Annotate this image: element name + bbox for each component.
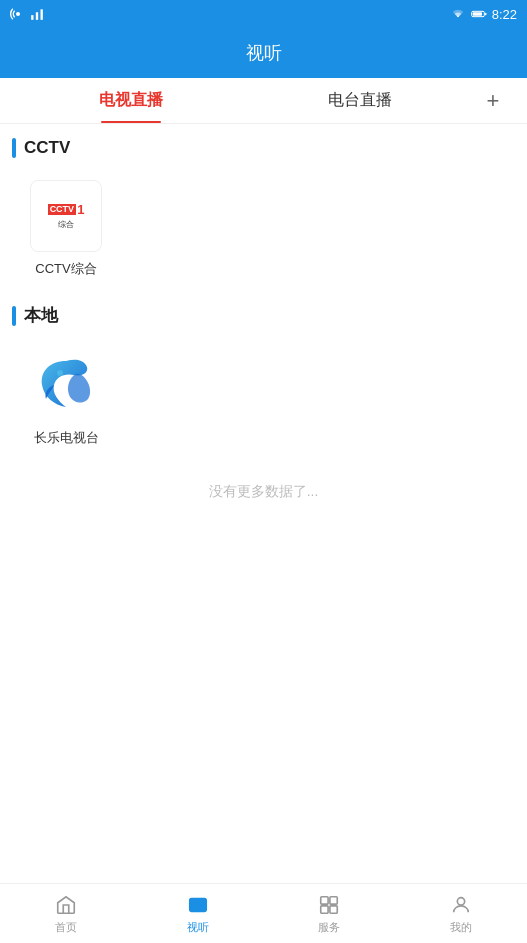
play-icon: [186, 893, 210, 917]
status-right-icons: 8:22: [450, 7, 517, 22]
tab-tv-live[interactable]: 电视直播: [16, 78, 246, 123]
nav-item-listen[interactable]: 视听: [132, 884, 264, 943]
grid-icon: [317, 893, 341, 917]
nav-label-listen: 视听: [187, 920, 209, 935]
time-display: 8:22: [492, 7, 517, 22]
svg-rect-6: [485, 13, 486, 16]
cctv-channel-grid: CCTV 1 综合 CCTV综合: [0, 168, 527, 290]
nav-item-mine[interactable]: 我的: [395, 884, 527, 943]
local-channel-grid: 长乐电视台: [0, 337, 527, 459]
nav-item-home[interactable]: 首页: [0, 884, 132, 943]
svg-rect-13: [330, 905, 337, 912]
bottom-nav: 首页 视听 服务 我的: [0, 883, 527, 943]
svg-rect-1: [31, 15, 33, 20]
channel-item-cctv1[interactable]: CCTV 1 综合 CCTV综合: [16, 168, 116, 290]
nav-label-service: 服务: [318, 920, 340, 935]
status-bar: 8:22: [0, 0, 527, 28]
status-left-icons: [10, 6, 44, 22]
section-local-header: 本地: [0, 290, 527, 337]
channel-name-cctv1: CCTV综合: [35, 260, 96, 278]
section-bar-cctv: [12, 138, 16, 158]
nav-label-home: 首页: [55, 920, 77, 935]
page-header: 视听: [0, 28, 527, 78]
data-icon: [30, 7, 44, 21]
svg-rect-3: [41, 9, 43, 19]
channel-logo-cctv1: CCTV 1 综合: [30, 180, 102, 252]
top-tab-bar: 电视直播 电台直播 +: [0, 78, 527, 124]
tab-radio-live[interactable]: 电台直播: [246, 78, 476, 123]
svg-point-0: [16, 12, 20, 16]
svg-rect-2: [36, 12, 38, 20]
no-more-text: 没有更多数据了...: [0, 459, 527, 517]
channel-item-changle[interactable]: 长乐电视台: [16, 337, 116, 459]
svg-point-7: [57, 370, 63, 376]
nav-label-mine: 我的: [450, 920, 472, 935]
wifi-icon: [450, 8, 466, 20]
svg-rect-11: [330, 896, 337, 903]
user-icon: [449, 893, 473, 917]
channel-name-changle: 长乐电视台: [34, 429, 99, 447]
content-area: CCTV CCTV 1 综合 CCTV综合 本地: [0, 124, 527, 883]
page-title: 视听: [246, 41, 282, 65]
svg-rect-12: [321, 905, 328, 912]
add-channel-button[interactable]: +: [475, 88, 511, 114]
svg-point-14: [457, 897, 464, 904]
channel-logo-changle: [30, 349, 102, 421]
nav-item-service[interactable]: 服务: [264, 884, 396, 943]
home-icon: [54, 893, 78, 917]
signal-icon: [10, 6, 26, 22]
svg-rect-5: [472, 12, 481, 15]
section-cctv-header: CCTV: [0, 124, 527, 168]
battery-icon: [471, 8, 487, 20]
svg-rect-10: [321, 896, 328, 903]
changle-logo-svg: [30, 349, 102, 421]
section-bar-local: [12, 306, 16, 326]
